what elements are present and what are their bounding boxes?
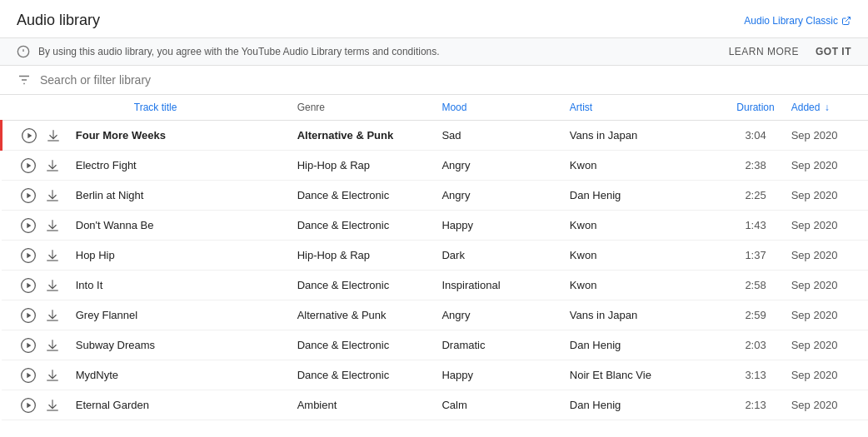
added-header[interactable]: Added ↓ <box>783 95 868 121</box>
play-icon <box>20 307 37 324</box>
download-button[interactable] <box>43 216 62 235</box>
table-row[interactable]: KnowpeDance & ElectronicDarkNoir Et Blan… <box>2 420 869 429</box>
artist-cell: Kwon <box>561 241 715 271</box>
genre-cell: Hip-Hop & Rap <box>289 151 434 181</box>
table-row[interactable]: Berlin at NightDance & ElectronicAngryDa… <box>2 181 869 211</box>
mood-header[interactable]: Mood <box>433 95 561 121</box>
track-name: Electro Fight <box>67 151 289 181</box>
svg-marker-17 <box>27 222 31 228</box>
artist-cell: Vans in Japan <box>561 121 715 151</box>
download-button[interactable] <box>43 396 62 415</box>
mood-cell: Dramatic <box>433 330 561 360</box>
actions-cell <box>2 121 67 151</box>
notice-left: By using this audio library, you agree w… <box>17 45 440 58</box>
genre-cell: Alternative & Punk <box>289 121 434 151</box>
track-name: MydNyte <box>67 360 289 390</box>
play-button[interactable] <box>18 216 38 236</box>
download-icon <box>45 368 60 383</box>
table-row[interactable]: Eternal GardenAmbientCalmDan Henig2:13Se… <box>2 390 869 420</box>
table-row[interactable]: Four More WeeksAlternative & PunkSadVans… <box>2 121 869 151</box>
artist-cell: Vans in Japan <box>561 300 715 330</box>
artist-cell: Kwon <box>561 151 715 181</box>
added-cell: Sep 2020 <box>783 241 868 271</box>
table-row[interactable]: Subway DreamsDance & ElectronicDramaticD… <box>2 330 869 360</box>
play-button[interactable] <box>18 305 38 325</box>
table-row[interactable]: Electro FightHip-Hop & RapAngryKwon2:38S… <box>2 151 869 181</box>
artist-cell: Dan Henig <box>561 330 715 360</box>
notice-actions: LEARN MORE GOT IT <box>729 46 851 57</box>
search-input[interactable] <box>40 73 851 87</box>
download-icon <box>45 398 60 413</box>
track-name: Don't Wanna Be <box>67 211 289 241</box>
mood-cell: Angry <box>433 151 561 181</box>
track-title-header[interactable]: Track title <box>67 95 289 121</box>
download-button[interactable] <box>43 426 62 429</box>
download-button[interactable] <box>43 156 62 175</box>
download-button[interactable] <box>44 127 62 145</box>
svg-marker-35 <box>27 402 31 408</box>
download-button[interactable] <box>43 366 62 385</box>
track-name: Hop Hip <box>67 241 289 271</box>
mood-cell: Dark <box>433 420 561 429</box>
genre-cell: Dance & Electronic <box>289 360 434 390</box>
svg-marker-11 <box>27 162 31 168</box>
duration-cell: 3:13 <box>715 360 783 390</box>
artist-header[interactable]: Artist <box>561 95 715 121</box>
track-name: Into It <box>67 271 289 300</box>
classic-link[interactable]: Audio Library Classic <box>744 15 851 27</box>
play-button[interactable] <box>18 395 38 415</box>
svg-marker-8 <box>27 132 32 138</box>
play-icon <box>20 217 37 234</box>
genre-cell: Alternative & Punk <box>289 300 434 330</box>
duration-cell: 3:35 <box>715 420 783 429</box>
svg-marker-23 <box>27 282 31 288</box>
play-button[interactable] <box>18 156 38 176</box>
download-icon <box>45 188 60 203</box>
play-button[interactable] <box>18 425 38 429</box>
download-button[interactable] <box>43 306 62 325</box>
duration-cell: 2:59 <box>715 300 783 330</box>
duration-cell: 3:04 <box>715 121 783 151</box>
added-cell: Sep 2020 <box>783 300 868 330</box>
play-icon <box>20 367 37 384</box>
duration-cell: 1:37 <box>715 241 783 271</box>
added-cell: Sep 2020 <box>783 181 868 211</box>
download-icon <box>46 128 61 143</box>
table-row[interactable]: Hop HipHip-Hop & RapDarkKwon1:37Sep 2020 <box>2 241 869 271</box>
duration-cell: 2:03 <box>715 330 783 360</box>
download-button[interactable] <box>43 246 62 265</box>
artist-cell: Noir Et Blanc Vie <box>561 360 715 390</box>
play-button[interactable] <box>18 186 38 206</box>
play-button[interactable] <box>18 365 38 385</box>
play-icon <box>20 277 37 294</box>
duration-header[interactable]: Duration <box>715 95 783 121</box>
track-name: Subway Dreams <box>67 330 289 360</box>
header: Audio library Audio Library Classic <box>0 0 868 38</box>
table-row[interactable]: Into ItDance & ElectronicInspirationalKw… <box>2 271 869 300</box>
added-cell: Sep 2020 <box>783 121 868 151</box>
table-row[interactable]: Don't Wanna BeDance & ElectronicHappyKwo… <box>2 211 869 241</box>
download-icon <box>45 428 60 429</box>
actions-cell <box>2 420 67 429</box>
genre-cell: Hip-Hop & Rap <box>289 241 434 271</box>
play-button[interactable] <box>18 246 38 266</box>
genre-cell: Dance & Electronic <box>289 330 434 360</box>
notice-text: By using this audio library, you agree w… <box>38 46 440 57</box>
learn-more-button[interactable]: LEARN MORE <box>729 46 799 57</box>
play-button[interactable] <box>19 126 39 146</box>
genre-header[interactable]: Genre <box>289 95 434 121</box>
download-button[interactable] <box>43 336 62 355</box>
download-button[interactable] <box>43 186 62 205</box>
play-icon <box>21 127 37 144</box>
download-button[interactable] <box>43 276 62 295</box>
download-icon <box>45 338 60 353</box>
download-icon <box>45 278 60 293</box>
actions-cell <box>2 241 67 271</box>
track-name: Eternal Garden <box>67 390 289 420</box>
got-it-button[interactable]: GOT IT <box>816 46 851 57</box>
play-button[interactable] <box>18 276 38 295</box>
table-row[interactable]: Grey FlannelAlternative & PunkAngryVans … <box>2 300 869 330</box>
mood-cell: Happy <box>433 360 561 390</box>
table-row[interactable]: MydNyteDance & ElectronicHappyNoir Et Bl… <box>2 360 869 390</box>
play-button[interactable] <box>18 335 38 355</box>
